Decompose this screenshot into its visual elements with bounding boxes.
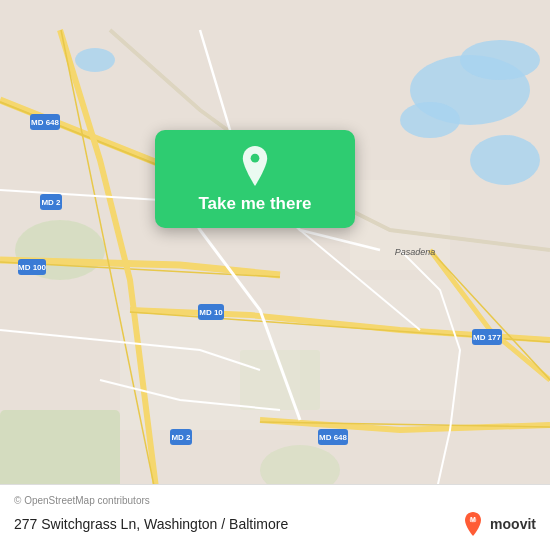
svg-point-31 — [470, 518, 477, 523]
svg-text:MD 177: MD 177 — [473, 333, 502, 342]
location-pin-icon — [235, 146, 275, 186]
moovit-logo: M moovit — [459, 510, 536, 538]
svg-point-3 — [470, 135, 540, 185]
moovit-label: moovit — [490, 516, 536, 532]
moovit-icon: M — [459, 510, 487, 538]
take-me-there-label: Take me there — [198, 194, 311, 214]
bottom-bar: © OpenStreetMap contributors 277 Switchg… — [0, 484, 550, 550]
map-container: MD 648 MD 2 MD 100 MD 64 MD 10 MD 2 MD 6… — [0, 0, 550, 550]
action-card[interactable]: Take me there — [155, 130, 355, 228]
svg-text:MD 2: MD 2 — [41, 198, 61, 207]
svg-rect-10 — [300, 280, 460, 410]
svg-point-2 — [400, 102, 460, 138]
svg-point-29 — [251, 154, 260, 163]
svg-text:MD 648: MD 648 — [319, 433, 348, 442]
svg-text:MD 10: MD 10 — [199, 308, 223, 317]
address-text: 277 Switchgrass Ln, Washington / Baltimo… — [14, 516, 288, 532]
map-svg: MD 648 MD 2 MD 100 MD 64 MD 10 MD 2 MD 6… — [0, 0, 550, 550]
svg-text:MD 100: MD 100 — [18, 263, 47, 272]
svg-point-1 — [460, 40, 540, 80]
svg-text:Pasadena: Pasadena — [395, 247, 436, 257]
copyright-text: © OpenStreetMap contributors — [14, 495, 536, 506]
svg-text:MD 2: MD 2 — [171, 433, 191, 442]
address-row: 277 Switchgrass Ln, Washington / Baltimo… — [14, 510, 536, 538]
svg-point-4 — [75, 48, 115, 72]
svg-text:MD 648: MD 648 — [31, 118, 60, 127]
